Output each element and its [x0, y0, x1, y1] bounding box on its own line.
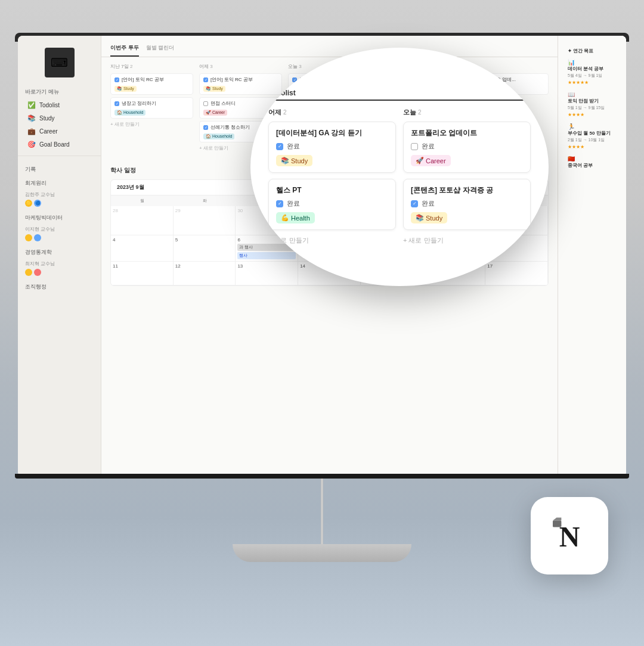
- goal-stars: ★★★★★: [568, 80, 617, 85]
- zoom-card-title: 헬스 PT: [276, 185, 388, 195]
- career-icon: 💼: [27, 128, 36, 135]
- goal-data-analysis[interactable]: 📊 데이터 분석 공부 5월 4일 → 9월 1일 ★★★★★: [568, 59, 617, 85]
- zoom-checkbox-unchecked[interactable]: [411, 143, 418, 150]
- checkbox[interactable]: ✓: [203, 77, 208, 82]
- svg-text:N: N: [559, 521, 580, 552]
- checkbox[interactable]: ✓: [203, 125, 208, 130]
- cal-cell-11: 11: [111, 262, 174, 285]
- add-new-past7[interactable]: + 새로 만들기: [110, 121, 193, 128]
- record-item-stats[interactable]: 경영통계학 최지혁 교수님: [18, 245, 101, 279]
- zoom-tag-study: 📚 Study: [276, 155, 312, 166]
- zoom-check-label: 완료: [422, 142, 435, 151]
- zoom-card-title: [데이터분석] GA 강의 듣기: [276, 128, 388, 138]
- right-panel: ✦ 연간 목표 📊 데이터 분석 공부 5월 4일 → 9월 1일 ★★★★★ …: [558, 36, 626, 477]
- record-item-marketing[interactable]: 마케팅빅데이터 이지현 교수님: [18, 210, 101, 245]
- zoom-add-new-today[interactable]: + 새로 만들기: [403, 236, 531, 245]
- goal-toeic[interactable]: 📖 토익 만점 받기 5월 1일 → 9월 15일 ★★★★: [568, 91, 617, 117]
- tab-week-todo[interactable]: 이번주 투두: [110, 42, 139, 57]
- main-tabs: 이번주 투두 월별 캘린더: [101, 36, 558, 57]
- todo-tag-household: 🏠 Household: [203, 133, 234, 139]
- zoom-col-yesterday: 어제 2 [데이터분석] GA 강의 듣기 ✓ 완료 📚 Study: [268, 108, 396, 245]
- todo-card[interactable]: ✓ 냉장고 정리하기 🏠 Household: [110, 97, 193, 119]
- todolist-icon: ✅: [27, 101, 36, 109]
- goal-date: 5월 1일 → 9월 15일: [568, 105, 617, 111]
- record-title: 경영통계학: [18, 245, 101, 260]
- cal-event-haengsa2: 행사: [237, 252, 296, 259]
- tag-dot-blue: 🔵: [34, 200, 41, 207]
- monitor-bottom: [15, 474, 629, 479]
- zoom-check-row: ✓ 완료: [276, 199, 388, 208]
- zoom-checkbox-checked[interactable]: ✓: [411, 200, 418, 207]
- todo-title: 면접 스터디: [210, 100, 236, 107]
- goal-income[interactable]: 🏃 부수입 월 50 만들기 2월 1일 → 10월 1일 ★★★★: [568, 123, 617, 150]
- record-professor: 김한주 교수님: [18, 191, 101, 198]
- goals-section: ✦ 연간 목표 📊 데이터 분석 공부 5월 4일 → 9월 1일 ★★★★★ …: [563, 42, 621, 181]
- record-professor: 최지혁 교수님: [18, 260, 101, 268]
- zoom-check-label: 완료: [287, 142, 300, 151]
- zoom-tab-bar: Todolist: [268, 89, 531, 101]
- cal-cell-5: 5: [174, 235, 236, 262]
- zoom-checkbox-checked[interactable]: ✓: [276, 143, 283, 150]
- sidebar: ⌨ 바로가기 메뉴 ✅ Todolist 📚 Study 💼 Career 🎯 …: [18, 36, 101, 477]
- zoom-card-helth-pt[interactable]: 헬스 PT ✓ 완료 💪 Health: [268, 179, 396, 230]
- cal-cell-17: 17: [485, 262, 548, 285]
- sidebar-item-study[interactable]: 📚 Study: [20, 112, 98, 125]
- todo-title: [언어] 토익 RC 공부: [210, 76, 253, 83]
- cal-cell-12: 12: [174, 262, 236, 285]
- sidebar-item-label-goal: Goal Board: [39, 141, 70, 148]
- todo-tag-study: 📚 Study: [114, 86, 137, 92]
- date-num: 4: [113, 237, 171, 243]
- date-num: 13: [237, 263, 296, 269]
- goal-stars: ★★★★: [568, 112, 617, 117]
- goal-title: 토익 만점 받기: [568, 98, 617, 104]
- zoom-checkbox-checked[interactable]: ✓: [276, 200, 283, 207]
- todo-title: [언어] 토익 RC 공부: [122, 76, 164, 83]
- tab-calendar[interactable]: 월별 캘린더: [146, 42, 175, 57]
- date-num: 29: [175, 208, 234, 213]
- cal-cell-28: 28: [111, 206, 174, 235]
- cal-cell-13: 13: [236, 262, 298, 285]
- week-col-past7: 지난 7일 2 ✓ [언어] 토익 RC 공부 📚 Study: [110, 63, 193, 151]
- zoom-add-new-yesterday[interactable]: + 새로 만들기: [268, 236, 396, 245]
- notion-app-icon[interactable]: N: [531, 497, 608, 574]
- zoom-tag-career: 🚀 Career: [411, 155, 451, 166]
- record-title: 회계원리: [18, 176, 101, 191]
- zoom-card-contents[interactable]: [콘텐츠] 포토샵 자격증 공 ✓ 완료 📚 Study: [403, 179, 531, 230]
- sidebar-item-todolist[interactable]: ✅ Todolist: [20, 99, 98, 111]
- checkbox[interactable]: ✓: [114, 77, 119, 82]
- todo-tag-study: 📚 Study: [203, 86, 225, 92]
- goal-chinese[interactable]: 🇨🇳 중국어 공부: [568, 156, 617, 169]
- monitor-stand-neck: [321, 479, 323, 550]
- goals-icon: ✦: [568, 48, 572, 54]
- goal-stars: ★★★★: [568, 144, 617, 150]
- sidebar-item-career[interactable]: 💼 Career: [20, 125, 98, 138]
- zoom-check-row: ✓ 완료: [411, 199, 523, 208]
- zoom-check-row: 완료: [411, 142, 523, 151]
- day-header-past7: 지난 7일 2: [110, 63, 193, 70]
- date-num: 28: [113, 208, 171, 213]
- sidebar-item-goal-board[interactable]: 🎯 Goal Board: [20, 138, 98, 151]
- todo-tag-career: 🚀 Career: [203, 110, 227, 116]
- zoom-col-today: 오늘 2 포트폴리오 업데이트 완료 🚀 Career [콘텐츠: [403, 108, 531, 245]
- zoom-card-ga[interactable]: [데이터분석] GA 강의 듣기 ✓ 완료 📚 Study: [268, 122, 396, 173]
- record-professor: 이지현 교수님: [18, 225, 101, 233]
- record-item-org[interactable]: 조직행정: [18, 279, 101, 294]
- date-num: 11: [113, 263, 171, 269]
- checkbox[interactable]: ✓: [114, 101, 119, 106]
- goal-date: 5월 4일 → 9월 1일: [568, 73, 617, 79]
- zoom-card-portfolio[interactable]: 포트폴리오 업데이트 완료 🚀 Career: [403, 122, 531, 173]
- day-count: 3: [299, 64, 301, 69]
- zoom-check-label: 완료: [287, 199, 300, 208]
- todo-card[interactable]: ✓ [언어] 토익 RC 공부 📚 Study: [110, 73, 193, 95]
- zoom-card-title: 포트폴리오 업데이트: [411, 128, 523, 138]
- day-count: 3: [210, 64, 212, 69]
- record-item-accounting[interactable]: 회계원리 김한주 교수님 🟡 🔵: [18, 176, 101, 210]
- todo-title: 냉장고 정리하기: [122, 100, 156, 107]
- goal-title: 부수입 월 50 만들기: [568, 130, 617, 136]
- goal-title: 중국어 공부: [568, 162, 617, 169]
- day-header-yesterday: 어제 3: [199, 63, 282, 70]
- cal-week-day-mon: 월: [111, 195, 174, 206]
- sidebar-item-label-career: Career: [39, 128, 58, 135]
- zoom-col-header-today: 오늘 2: [403, 108, 531, 117]
- checkbox[interactable]: [203, 101, 208, 106]
